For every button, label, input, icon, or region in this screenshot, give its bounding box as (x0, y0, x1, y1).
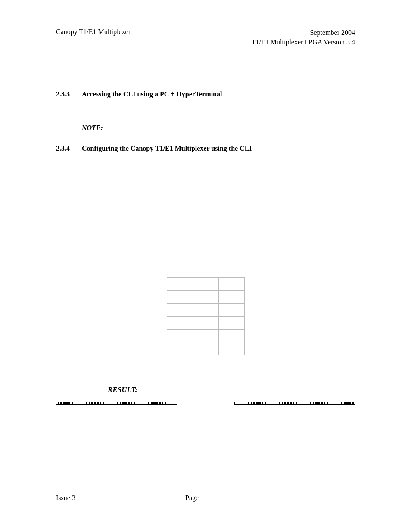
page-footer: Issue 3 Page (56, 494, 355, 502)
result-block: RESULT: (108, 386, 355, 394)
table-row (167, 329, 244, 342)
table-cell (218, 277, 244, 290)
footer-page: Page (185, 494, 199, 502)
section-2-3-4: 2.3.4 Configuring the Canopy T1/E1 Multi… (56, 145, 355, 152)
table-cell (218, 316, 244, 329)
table-cell (218, 342, 244, 355)
table-cell (167, 290, 218, 303)
divider-row (56, 402, 355, 405)
section-2-3-3: 2.3.3 Accessing the CLI using a PC + Hyp… (56, 90, 355, 98)
document-page: Canopy T1/E1 Multiplexer September 2004 … (0, 0, 411, 532)
table-row (167, 303, 244, 316)
hash-divider-right (234, 402, 355, 405)
parameter-table (167, 277, 245, 355)
section-number: 2.3.3 (56, 90, 82, 98)
page-header: Canopy T1/E1 Multiplexer September 2004 … (56, 28, 355, 47)
parameter-table-wrap (56, 277, 355, 355)
table-cell (167, 277, 218, 290)
section-title: Accessing the CLI using a PC + HyperTerm… (82, 90, 222, 98)
table-row (167, 342, 244, 355)
table-cell (167, 316, 218, 329)
table-row (167, 290, 244, 303)
note-block: NOTE: (82, 124, 355, 132)
table-row (167, 277, 244, 290)
header-date: September 2004 (252, 28, 355, 37)
note-label: NOTE: (82, 124, 103, 131)
table-cell (167, 329, 218, 342)
table-cell (167, 303, 218, 316)
table-cell (218, 303, 244, 316)
table-row (167, 316, 244, 329)
table-cell (218, 329, 244, 342)
hash-divider-left (56, 402, 177, 405)
header-version: T1/E1 Multiplexer FPGA Version 3.4 (252, 37, 355, 47)
footer-issue: Issue 3 (56, 494, 185, 502)
result-label: RESULT: (108, 386, 137, 394)
header-title-left: Canopy T1/E1 Multiplexer (56, 28, 131, 36)
header-title-right: September 2004 T1/E1 Multiplexer FPGA Ve… (252, 28, 355, 47)
section-number: 2.3.4 (56, 145, 82, 152)
table-cell (167, 342, 218, 355)
section-title: Configuring the Canopy T1/E1 Multiplexer… (82, 145, 252, 152)
table-cell (218, 290, 244, 303)
